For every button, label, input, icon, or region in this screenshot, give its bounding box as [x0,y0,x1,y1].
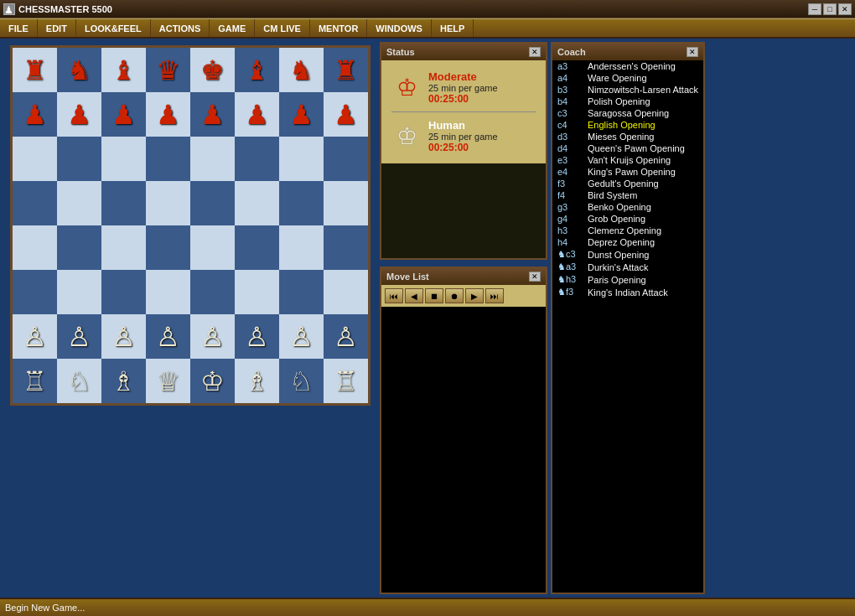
cell-c1[interactable]: ♗ [101,359,146,403]
cell-b6[interactable] [57,137,101,181]
cell-a1[interactable]: ♖ [13,359,57,403]
cell-a2[interactable]: ♙ [13,314,57,359]
coach-opening-16[interactable]: ♞c3Dunst Opening [552,248,703,261]
close-button[interactable]: ✕ [838,3,852,15]
cell-f3[interactable] [235,270,279,314]
cell-b1[interactable]: ♘ [57,359,101,403]
coach-opening-2[interactable]: b3Nimzowitsch-Larsen Attack [552,84,703,96]
cell-a6[interactable] [13,137,57,181]
menu-item-edit[interactable]: EDIT [38,19,76,37]
coach-opening-7[interactable]: d4Queen's Pawn Opening [552,142,703,154]
cell-c5[interactable] [101,181,146,225]
cell-g7[interactable]: ♟ [279,92,324,137]
coach-opening-9[interactable]: e4King's Pawn Opening [552,166,703,178]
menu-item-actions[interactable]: ACTIONS [151,19,210,37]
cell-b4[interactable] [57,225,101,270]
cell-c4[interactable] [101,225,146,270]
cell-h5[interactable] [324,181,368,225]
cell-h2[interactable]: ♙ [324,314,368,359]
menu-item-mentor[interactable]: MENTOR [310,19,367,37]
cell-h4[interactable] [324,225,368,270]
cell-a5[interactable] [13,181,57,225]
cell-b2[interactable]: ♙ [57,314,101,359]
coach-content[interactable]: a3Anderssen's Openinga4Ware Openingb3Nim… [552,60,703,593]
cell-g8[interactable]: ♞ [279,48,324,92]
maximize-button[interactable]: □ [823,3,837,15]
cell-f4[interactable] [235,225,279,270]
cell-e8[interactable]: ♚ [190,48,235,92]
cell-f6[interactable] [235,137,279,181]
menu-item-cmlive[interactable]: CM LIVE [255,19,310,37]
cell-e4[interactable] [190,225,235,270]
coach-opening-1[interactable]: a4Ware Opening [552,72,703,84]
menu-item-game[interactable]: GAME [210,19,255,37]
cell-e5[interactable] [190,181,235,225]
coach-close-button[interactable]: ✕ [687,47,698,57]
coach-opening-11[interactable]: f4Bird System [552,189,703,201]
coach-opening-6[interactable]: d3Mieses Opening [552,131,703,142]
cell-a4[interactable] [13,225,57,270]
coach-opening-0[interactable]: a3Anderssen's Opening [552,60,703,72]
move-end-button[interactable]: ⏭ [485,288,504,303]
coach-opening-19[interactable]: ♞f3King's Indian Attack [552,286,703,298]
cell-f1[interactable]: ♗ [235,359,279,403]
cell-d4[interactable] [146,225,190,270]
coach-opening-5[interactable]: c4English Opening [552,119,703,131]
cell-d3[interactable] [146,270,190,314]
coach-opening-12[interactable]: g3Benko Opening [552,201,703,213]
cell-d1[interactable]: ♕ [146,359,190,403]
cell-h3[interactable] [324,270,368,314]
cell-e6[interactable] [190,137,235,181]
move-start-button[interactable]: ⏮ [385,288,403,303]
move-record-button[interactable]: ⏺ [445,288,464,303]
cell-a8[interactable]: ♜ [13,48,57,92]
cell-c3[interactable] [101,270,146,314]
cell-g5[interactable] [279,181,324,225]
cell-g3[interactable] [279,270,324,314]
cell-b3[interactable] [57,270,101,314]
cell-e1[interactable]: ♔ [190,359,235,403]
cell-h7[interactable]: ♟ [324,92,368,137]
cell-g6[interactable] [279,137,324,181]
cell-d2[interactable]: ♙ [146,314,190,359]
coach-opening-4[interactable]: c3Saragossa Opening [552,107,703,119]
cell-f8[interactable]: ♝ [235,48,279,92]
cell-f2[interactable]: ♙ [235,314,279,359]
cell-a3[interactable] [13,270,57,314]
cell-c6[interactable] [101,137,146,181]
cell-b8[interactable]: ♞ [57,48,101,92]
cell-a7[interactable]: ♟ [13,92,57,137]
menu-item-help[interactable]: HELP [432,19,474,37]
cell-d8[interactable]: ♛ [146,48,190,92]
menu-item-windows[interactable]: WINDOWS [367,19,432,37]
cell-h8[interactable]: ♜ [324,48,368,92]
cell-g2[interactable]: ♙ [279,314,324,359]
move-prev-button[interactable]: ◀ [405,288,423,303]
cell-e3[interactable] [190,270,235,314]
cell-d6[interactable] [146,137,190,181]
cell-c8[interactable]: ♝ [101,48,146,92]
coach-opening-18[interactable]: ♞h3Paris Opening [552,273,703,286]
cell-e7[interactable]: ♟ [190,92,235,137]
move-stop-button[interactable]: ⏹ [425,288,443,303]
cell-d7[interactable]: ♟ [146,92,190,137]
movelist-close-button[interactable]: ✕ [529,272,541,282]
chess-board[interactable]: ♜♞♝♛♚♝♞♜♟♟♟♟♟♟♟♟♙♙♙♙♙♙♙♙♖♘♗♕♔♗♘♖ [10,45,370,406]
coach-opening-8[interactable]: e3Van't Kruijs Opening [552,154,703,166]
minimize-button[interactable]: ─ [808,3,821,15]
menu-item-file[interactable]: FILE [0,19,38,37]
cell-g4[interactable] [279,225,324,270]
cell-h1[interactable]: ♖ [324,359,368,403]
cell-b5[interactable] [57,181,101,225]
move-next-button[interactable]: ▶ [465,288,484,303]
cell-d5[interactable] [146,181,190,225]
cell-g1[interactable]: ♘ [279,359,324,403]
coach-opening-13[interactable]: g4Grob Opening [552,213,703,225]
cell-c7[interactable]: ♟ [101,92,146,137]
status-close-button[interactable]: ✕ [529,47,541,57]
coach-opening-3[interactable]: b4Polish Opening [552,96,703,107]
coach-opening-15[interactable]: h4Deprez Opening [552,236,703,248]
menu-item-lookfeel[interactable]: LOOK&FEEL [76,19,151,37]
cell-c2[interactable]: ♙ [101,314,146,359]
cell-h6[interactable] [324,137,368,181]
